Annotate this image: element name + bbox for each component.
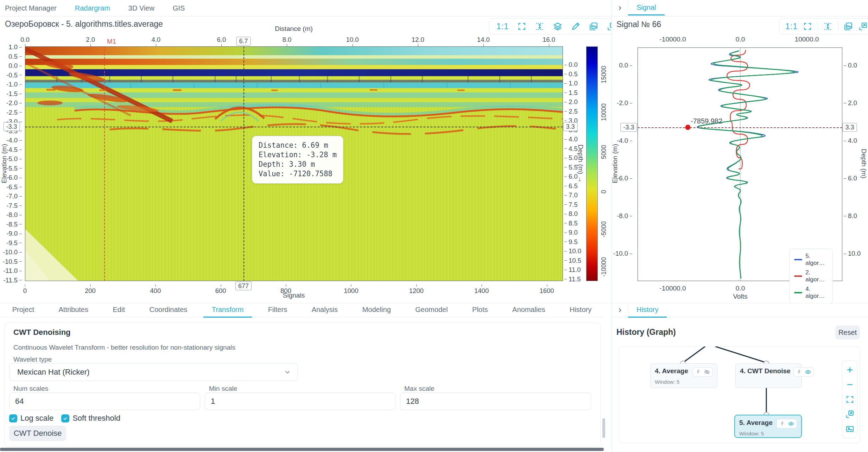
eye-off-icon[interactable] <box>704 369 710 375</box>
signal-elevation-ticks: 0.0-2.0-4.0-6.0-8.0-10.0 <box>612 65 632 254</box>
tab-coordinates[interactable]: Coordinates <box>141 304 196 318</box>
cursor-horizontal-guide[interactable] <box>25 127 563 127</box>
node-actions <box>793 367 814 377</box>
nav-gis[interactable]: GIS <box>173 4 185 12</box>
signal-fit-vertical-icon[interactable] <box>823 22 833 31</box>
node-subtitle: Window: 5 <box>655 379 713 385</box>
chevron-down-icon <box>284 368 291 376</box>
tab-plots[interactable]: Plots <box>464 304 496 318</box>
soft-threshold-checkbox[interactable]: Soft threshold <box>61 414 120 423</box>
history-node-4-average[interactable]: 4. Average Window: 5 <box>650 363 717 388</box>
depth-axis-title: Depth (m) → <box>577 145 584 183</box>
panel-vertical-scrollbar[interactable] <box>602 418 605 438</box>
signal-title: Signal № 66 <box>616 20 661 29</box>
checkbox-checked-icon <box>9 414 17 422</box>
fit-vertical-icon[interactable] <box>535 22 545 31</box>
tab-history-graph[interactable]: History <box>628 304 667 318</box>
checkbox-checked-icon <box>61 414 69 422</box>
min-scale-input[interactable] <box>205 393 395 410</box>
tab-modeling[interactable]: Modeling <box>354 304 399 318</box>
zoom-in-icon[interactable] <box>845 365 854 374</box>
tab-filters[interactable]: Filters <box>260 304 296 318</box>
tooltip-distance: Distance: 6.69 m <box>259 141 337 150</box>
signal-images-icon[interactable] <box>844 22 853 31</box>
legend-item[interactable]: 5. algor… <box>794 253 828 267</box>
tooltip-depth: Depth: 3.30 m <box>259 160 337 169</box>
legend-swatch <box>794 292 802 293</box>
nav-project-manager[interactable]: Project Manager <box>5 4 57 12</box>
tab-signal[interactable]: Signal <box>628 0 665 15</box>
signal-depth-ticks: 0.02.04.06.08.010.0 <box>844 65 862 254</box>
tab-edit[interactable]: Edit <box>104 304 133 318</box>
radargram-panel: Project Manager Radargram 3D View GIS Оз… <box>0 0 612 303</box>
tab-history[interactable]: History <box>561 304 600 318</box>
one-to-one-button[interactable]: 1:1 <box>496 22 509 31</box>
node-title: 5. Average <box>739 419 773 427</box>
tab-analysis[interactable]: Analysis <box>303 304 346 318</box>
eye-icon[interactable] <box>805 369 811 375</box>
export-image-icon[interactable] <box>845 425 854 433</box>
signal-series-2 <box>727 50 749 169</box>
fullscreen-icon[interactable] <box>517 22 527 31</box>
expand-graph-icon[interactable] <box>845 410 854 419</box>
tab-project[interactable]: Project <box>4 304 43 318</box>
picked-point-marker[interactable] <box>685 125 691 130</box>
cursor-vertical-guide[interactable] <box>243 46 244 281</box>
m1-marker-line[interactable] <box>104 46 105 281</box>
params-zigzag-icon[interactable] <box>779 421 785 427</box>
elevation-cursor-tag-left: -3.3 <box>3 122 20 131</box>
m1-marker-label: M1 <box>107 38 116 45</box>
history-graph-canvas[interactable]: 4. Average Window: 5 4. CWT Denoise <box>619 346 860 443</box>
nav-3d-view[interactable]: 3D View <box>128 4 154 12</box>
cwt-description: Continuous Wavelet Transform - better re… <box>13 344 235 351</box>
signal-plot[interactable] <box>638 47 842 281</box>
zoom-out-icon[interactable] <box>845 380 854 389</box>
tab-transform[interactable]: Transform <box>203 304 252 318</box>
params-zigzag-icon[interactable] <box>796 369 802 375</box>
num-scales-input[interactable] <box>9 393 200 410</box>
distance-axis-ticks: 0.02.04.06.08.010.012.014.016.0 <box>25 36 549 44</box>
params-zigzag-icon[interactable] <box>695 369 701 375</box>
edit-pencil-icon[interactable] <box>571 22 581 31</box>
transform-panel: Project Attributes Edit Coordinates Tran… <box>0 303 612 452</box>
reset-button[interactable]: Reset <box>835 325 860 339</box>
signal-expand-window-icon[interactable] <box>859 22 868 31</box>
fit-view-icon[interactable] <box>845 395 854 404</box>
signal-one-to-one-button[interactable]: 1:1 <box>785 22 798 31</box>
eye-icon[interactable] <box>788 421 794 427</box>
log-scale-checkbox[interactable]: Log scale <box>9 414 53 423</box>
tab-attributes[interactable]: Attributes <box>50 304 97 318</box>
signal-x-tick: 0.0 <box>736 36 745 43</box>
signal-cursor-tag: 677 <box>235 282 252 291</box>
legend-item[interactable]: 4. algor… <box>794 286 828 300</box>
main-nav: Project Manager Radargram 3D View GIS <box>0 0 612 17</box>
collapse-history-panel-button[interactable] <box>612 304 628 317</box>
signal-series-1 <box>697 51 798 278</box>
min-scale-label: Min scale <box>209 385 237 393</box>
signal-x-tick: 10000.0 <box>795 36 819 43</box>
signal-pick-guide[interactable] <box>638 127 842 128</box>
cwt-denoise-button[interactable]: CWT Denoise <box>9 426 66 441</box>
panel-horizontal-scrollbar[interactable] <box>0 448 604 451</box>
num-scales-label: Num scales <box>13 385 48 393</box>
collapse-signal-panel-button[interactable] <box>612 0 628 16</box>
signal-fullscreen-icon[interactable] <box>803 22 812 31</box>
layers-icon[interactable] <box>553 22 563 31</box>
history-node-4-cwt-denoise[interactable]: 4. CWT Denoise <box>735 363 802 388</box>
distance-cursor-tag: 6.7 <box>236 37 251 46</box>
legend-swatch <box>794 259 802 260</box>
tab-geomodel[interactable]: Geomodel <box>407 304 456 318</box>
wavelet-type-select[interactable]: Mexican Hat (Ricker) <box>9 363 298 381</box>
tab-anomalies[interactable]: Anomalies <box>504 304 553 318</box>
history-node-5-average[interactable]: 5. Average Window: 5 <box>734 415 802 438</box>
legend-item[interactable]: 2. algor… <box>794 269 828 283</box>
tooltip-elevation: Elevation: -3.28 m <box>259 150 337 160</box>
max-scale-input[interactable] <box>400 393 591 410</box>
colorbar-tick: -5000 <box>600 221 608 237</box>
images-icon[interactable] <box>589 22 598 31</box>
signal-depth-tag: 3.3 <box>842 123 857 132</box>
signal-toolbar: 1:1 <box>779 18 868 34</box>
depth-cursor-tag-right: 3.3 <box>563 122 577 131</box>
max-scale-label: Max scale <box>404 385 435 393</box>
nav-radargram[interactable]: Radargram <box>75 4 110 12</box>
